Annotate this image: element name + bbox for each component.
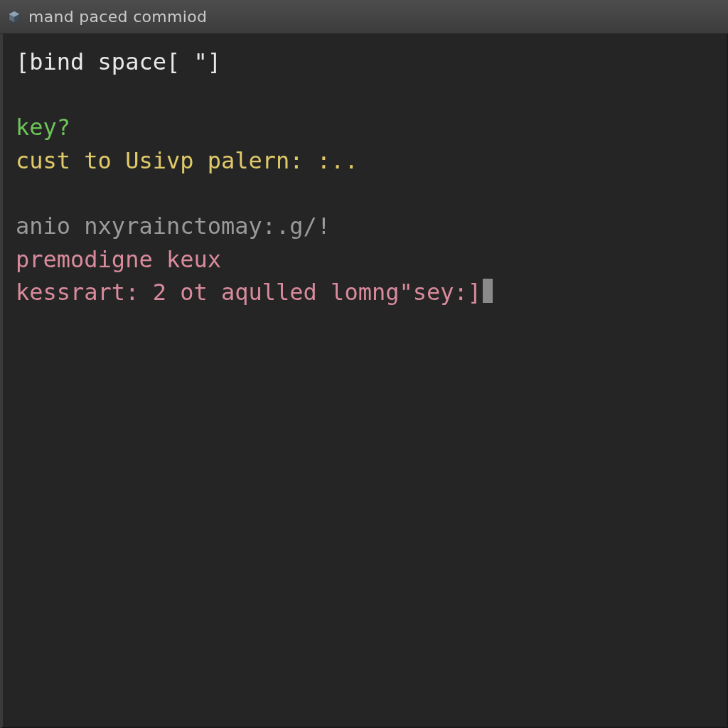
terminal-line: premodigne keux [16, 243, 714, 276]
terminal-line: anio nxyrainctomay:.g/! [16, 210, 714, 242]
terminal-window: mand paced commiod [bind space[ "]key?cu… [0, 0, 728, 728]
scrollbar[interactable] [0, 34, 3, 727]
terminal-line: kessrart: 2 ot aqulled lomng"sey:] [16, 276, 714, 309]
terminal-line: key? [16, 111, 714, 144]
app-icon [7, 10, 21, 24]
titlebar[interactable]: mand paced commiod [0, 0, 728, 34]
cursor [483, 279, 493, 303]
terminal-blank-line [16, 177, 714, 210]
terminal-body[interactable]: [bind space[ "]key?cust to Usivp palern:… [0, 34, 728, 728]
terminal-output: [bind space[ "]key?cust to Usivp palern:… [16, 46, 714, 309]
terminal-blank-line [16, 78, 714, 111]
terminal-line: [bind space[ "] [16, 46, 714, 78]
terminal-line: cust to Usivp palern: :.. [16, 144, 714, 177]
window-title: mand paced commiod [28, 8, 207, 26]
